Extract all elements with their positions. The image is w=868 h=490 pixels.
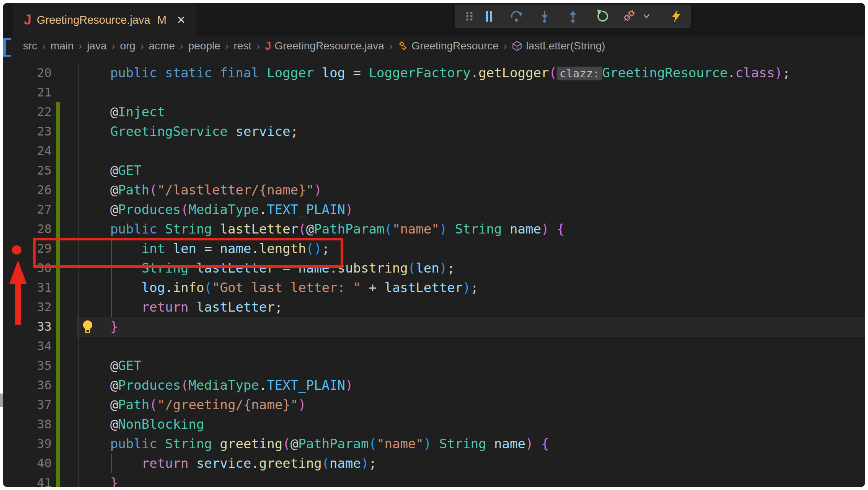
step-into-icon (538, 9, 551, 23)
hot-reload-button[interactable] (669, 9, 683, 23)
code-line-36[interactable]: 36 @Produces(MediaType.TEXT_PLAIN) (3, 376, 865, 395)
debug-toolbar (455, 5, 691, 28)
code-line-40[interactable]: 40 return service.greeting(name); (3, 454, 865, 473)
breakpoint-dot[interactable] (12, 245, 21, 255)
code-line-24[interactable]: 24 (3, 141, 865, 161)
line-number[interactable]: 27 (34, 200, 52, 219)
gripper-icon (463, 9, 476, 23)
code-line-25[interactable]: 25 @GET (3, 161, 865, 180)
code-text: @Inject (79, 102, 165, 122)
code-line-41[interactable]: 41 } (3, 473, 865, 487)
line-number[interactable]: 31 (34, 278, 52, 297)
breadcrumb-item-rest[interactable]: rest (233, 40, 251, 52)
breadcrumb-label: main (51, 40, 74, 52)
lightning-bolt-icon (669, 9, 683, 23)
git-modified-gutter-bar (56, 122, 60, 141)
git-modified-gutter-bar (56, 454, 60, 473)
code-line-38[interactable]: 38 @NonBlocking (3, 415, 865, 434)
code-line-33[interactable]: 33 } (3, 317, 865, 336)
code-line-39[interactable]: 39 public String greeting(@PathParam("na… (3, 434, 865, 454)
pause-button[interactable] (482, 9, 496, 23)
breadcrumb-separator: › (389, 40, 393, 52)
breadcrumb-item-greetingresource[interactable]: GreetingResource (398, 40, 499, 52)
line-number[interactable]: 37 (34, 395, 52, 415)
tab-greetingresource-java[interactable]: J GreetingResource.java M × (13, 3, 196, 37)
code-text: public String greeting(@PathParam("name"… (79, 434, 549, 454)
line-number[interactable]: 38 (34, 415, 52, 434)
line-number[interactable]: 20 (34, 63, 52, 83)
step-out-icon (566, 9, 580, 23)
breadcrumb-item-java[interactable]: java (87, 40, 106, 52)
breadcrumb-item-greetingresource-java[interactable]: JGreetingResource.java (265, 39, 384, 52)
code-text: return service.greeting(name); (79, 454, 377, 473)
code-line-23[interactable]: 23 GreetingService service; (3, 122, 865, 141)
breadcrumb-label: lastLetter(String) (526, 40, 605, 52)
toolbar-drag-handle[interactable] (463, 9, 476, 23)
disconnect-button[interactable] (622, 9, 636, 23)
line-number[interactable]: 28 (34, 219, 52, 239)
code-text: log.info("Got last letter: " + lastLette… (79, 278, 478, 297)
line-number[interactable]: 35 (34, 356, 52, 376)
left-edge-blue-fragment (3, 38, 11, 57)
code-line-21[interactable]: 21 (3, 83, 865, 102)
git-modified-gutter-bar (56, 317, 60, 336)
restart-icon (595, 9, 609, 23)
line-number[interactable]: 25 (34, 161, 52, 180)
line-number[interactable]: 34 (34, 336, 52, 356)
breadcrumb-item-acme[interactable]: acme (149, 40, 175, 52)
disconnect-options-button[interactable] (641, 9, 652, 23)
line-number[interactable]: 26 (34, 180, 52, 200)
git-modified-gutter-bar (56, 395, 60, 415)
breadcrumb: src›main›java›org›acme›people›rest›JGree… (3, 37, 865, 55)
breadcrumb-item-lastletter-string-[interactable]: lastLetter(String) (512, 40, 605, 52)
code-text: @GET (79, 161, 142, 180)
breadcrumb-label: people (188, 40, 220, 52)
line-number[interactable]: 33 (34, 317, 52, 336)
line-number[interactable]: 39 (34, 434, 52, 454)
code-text: @Produces(MediaType.TEXT_PLAIN) (79, 200, 353, 219)
git-modified-gutter-bar (56, 141, 60, 161)
line-number[interactable]: 40 (34, 454, 52, 473)
breadcrumb-label: GreetingResource.java (275, 40, 384, 52)
code-action-lightbulb-icon[interactable] (81, 320, 94, 335)
code-line-28[interactable]: 28 public String lastLetter(@PathParam("… (3, 219, 865, 239)
modified-badge: M (157, 14, 166, 26)
breadcrumb-item-main[interactable]: main (51, 40, 74, 52)
git-modified-gutter-bar (56, 415, 60, 434)
line-number[interactable]: 41 (34, 473, 52, 487)
step-into-button[interactable] (538, 9, 551, 23)
breadcrumb-item-people[interactable]: people (188, 40, 220, 52)
code-line-37[interactable]: 37 @Path("/greeting/{name}") (3, 395, 865, 415)
git-modified-gutter-bar (56, 161, 60, 180)
annotation-highlight-rectangle (33, 238, 343, 268)
line-number[interactable]: 36 (34, 376, 52, 395)
code-line-32[interactable]: 32 return lastLetter; (3, 297, 865, 317)
line-number[interactable]: 21 (34, 83, 52, 102)
breadcrumb-label: GreetingResource (412, 40, 499, 52)
line-number[interactable]: 23 (34, 122, 52, 141)
vscode-window: J GreetingResource.java M × (3, 3, 865, 487)
code-line-34[interactable]: 34 (3, 336, 865, 356)
code-line-26[interactable]: 26 @Path("/lastletter/{name}") (3, 180, 865, 200)
git-modified-gutter-bar (56, 434, 60, 454)
code-line-31[interactable]: 31 log.info("Got last letter: " + lastLe… (3, 278, 865, 297)
breadcrumb-item-org[interactable]: org (120, 40, 135, 52)
line-number[interactable]: 22 (34, 102, 52, 122)
code-line-35[interactable]: 35 @GET (3, 356, 865, 376)
git-modified-gutter-bar (56, 102, 60, 122)
breadcrumb-label: java (87, 40, 106, 52)
close-tab-icon[interactable]: × (177, 13, 185, 27)
code-line-20[interactable]: 20 public static final Logger log = Logg… (3, 63, 865, 83)
git-modified-gutter-bar (56, 180, 60, 200)
restart-button[interactable] (595, 9, 609, 23)
git-modified-gutter-bar (56, 297, 60, 317)
breadcrumb-separator: › (42, 40, 46, 52)
step-out-button[interactable] (566, 9, 580, 23)
breadcrumb-label: src (23, 40, 37, 52)
code-line-22[interactable]: 22 @Inject (3, 102, 865, 122)
step-over-button[interactable] (509, 9, 523, 23)
line-number[interactable]: 24 (34, 141, 52, 161)
code-line-27[interactable]: 27 @Produces(MediaType.TEXT_PLAIN) (3, 200, 865, 219)
line-number[interactable]: 32 (34, 297, 52, 317)
breadcrumb-item-src[interactable]: src (23, 40, 37, 52)
